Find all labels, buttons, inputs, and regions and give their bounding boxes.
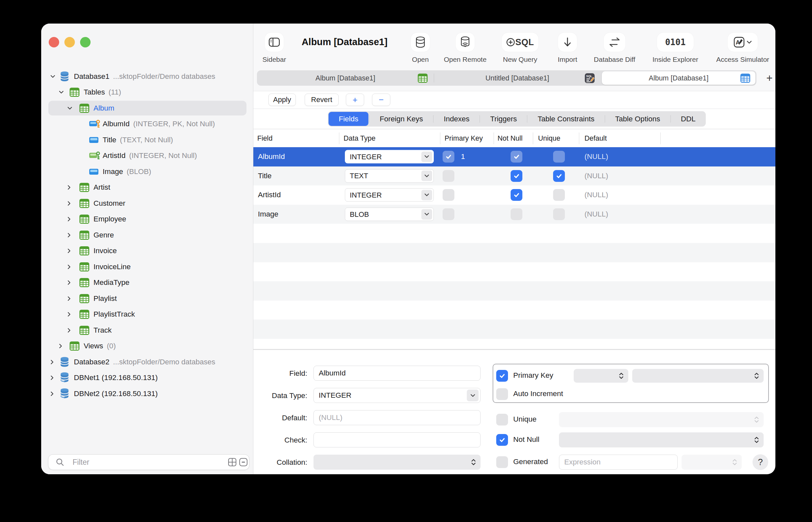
document-tab-1[interactable]: Album [Database1] xyxy=(257,70,434,86)
minimize-window-button[interactable] xyxy=(64,37,75,47)
unique-checkbox[interactable] xyxy=(553,189,565,201)
add-tab-button[interactable]: + xyxy=(762,70,775,86)
help-button[interactable]: ? xyxy=(752,454,768,470)
unique-conflict-select[interactable] xyxy=(559,412,764,427)
open-remote-button[interactable] xyxy=(456,33,475,52)
chevron-down-icon[interactable] xyxy=(59,91,64,94)
tree-item-invoiceline[interactable]: InvoiceLine xyxy=(41,259,253,275)
field-row-image[interactable]: Image BLOB (NULL) xyxy=(253,205,775,224)
chevron-right-icon[interactable] xyxy=(67,201,71,206)
tree-item-dbnet2-192-168-50-131-[interactable]: DBNet2 (192.168.50.131) xyxy=(41,386,253,402)
not-null-checkbox[interactable] xyxy=(511,170,522,182)
view-tab-fields[interactable]: Fields xyxy=(329,112,369,126)
column-header-data-type[interactable]: Data Type xyxy=(343,134,376,142)
zoom-window-button[interactable] xyxy=(80,37,90,47)
chevron-down-icon[interactable] xyxy=(421,171,432,181)
chevron-down-icon[interactable] xyxy=(421,152,432,162)
primary-key-checkbox[interactable] xyxy=(496,370,508,382)
tree-item-album[interactable]: Album xyxy=(41,100,253,116)
close-window-button[interactable] xyxy=(49,37,59,47)
tree-item-invoice[interactable]: Invoice xyxy=(41,243,253,259)
tree-item-artist[interactable]: Artist xyxy=(41,180,253,196)
unique-checkbox[interactable] xyxy=(496,414,508,425)
document-tab-3[interactable]: Album [Database1] xyxy=(601,70,756,86)
chevron-right-icon[interactable] xyxy=(50,391,54,396)
chevron-right-icon[interactable] xyxy=(67,328,71,333)
chevron-down-icon[interactable] xyxy=(67,106,72,110)
unique-checkbox[interactable] xyxy=(553,208,565,220)
column-header-default[interactable]: Default xyxy=(584,134,607,142)
tree-item-customer[interactable]: Customer xyxy=(41,195,253,211)
tree-item-mediatype[interactable]: MediaType xyxy=(41,275,253,291)
view-tab-triggers[interactable]: Triggers xyxy=(480,112,527,126)
unique-checkbox[interactable] xyxy=(553,151,565,163)
primary-key-checkbox[interactable] xyxy=(443,170,454,182)
tree-item-artistid[interactable]: ArtistId(INTEGER, Not Null) xyxy=(41,148,253,164)
auto-increment-checkbox[interactable] xyxy=(496,388,508,400)
import-button[interactable] xyxy=(558,33,577,52)
chevron-down-icon[interactable] xyxy=(50,75,55,78)
tree-item-tables[interactable]: Tables(11) xyxy=(41,84,253,100)
view-tab-foreign-keys[interactable]: Foreign Keys xyxy=(369,112,433,126)
column-header-not-null[interactable]: Not Null xyxy=(498,134,522,142)
not-null-checkbox[interactable] xyxy=(496,434,508,446)
chevron-right-icon[interactable] xyxy=(67,264,71,269)
data-type-select[interactable]: BLOB xyxy=(345,208,434,221)
primary-key-conflict-select[interactable] xyxy=(632,369,764,383)
check-input[interactable] xyxy=(313,433,481,447)
tree-item-database1[interactable]: Database1...sktopFolder/Demo databases xyxy=(41,68,253,84)
tree-item-views[interactable]: Views(0) xyxy=(41,338,253,354)
column-header-field[interactable]: Field xyxy=(257,134,273,142)
chevron-right-icon[interactable] xyxy=(67,280,71,285)
generated-type-select[interactable] xyxy=(682,455,742,470)
not-null-conflict-select[interactable] xyxy=(559,433,764,447)
column-header-unique[interactable]: Unique xyxy=(538,134,560,142)
tree-item-dbnet1-192-168-50-131-[interactable]: DBNet1 (192.168.50.131) xyxy=(41,370,253,386)
not-null-checkbox[interactable] xyxy=(511,208,522,220)
default-input[interactable]: (NULL) xyxy=(313,410,481,425)
view-tab-table-constraints[interactable]: Table Constraints xyxy=(527,112,604,126)
not-null-checkbox[interactable] xyxy=(511,151,522,163)
data-type-select[interactable]: TEXT xyxy=(345,169,434,182)
generated-checkbox[interactable] xyxy=(496,456,508,468)
primary-key-checkbox[interactable] xyxy=(443,189,454,201)
view-tab-ddl[interactable]: DDL xyxy=(671,112,706,126)
expression-input[interactable]: Expression xyxy=(559,455,678,470)
chevron-right-icon[interactable] xyxy=(50,376,54,380)
tree-item-employee[interactable]: Employee xyxy=(41,211,253,227)
open-button[interactable] xyxy=(411,33,430,52)
view-tab-table-options[interactable]: Table Options xyxy=(605,112,670,126)
not-null-checkbox[interactable] xyxy=(511,189,522,201)
view-tab-indexes[interactable]: Indexes xyxy=(434,112,480,126)
chevron-right-icon[interactable] xyxy=(59,344,62,349)
apply-button[interactable]: Apply xyxy=(268,94,296,106)
primary-key-order-select[interactable] xyxy=(574,369,628,383)
grid-view-icon[interactable] xyxy=(228,458,237,467)
tree-item-playlisttrack[interactable]: PlaylistTrack xyxy=(41,306,253,322)
chevron-right-icon[interactable] xyxy=(67,248,71,254)
field-row-title[interactable]: Title TEXT (NULL) xyxy=(253,166,775,186)
chevron-down-icon[interactable] xyxy=(421,209,432,219)
chevron-right-icon[interactable] xyxy=(67,217,71,222)
field-row-albumid[interactable]: AlbumId INTEGER 1 (NULL) xyxy=(253,147,775,166)
chevron-down-icon[interactable] xyxy=(421,190,432,200)
tree-item-playlist[interactable]: Playlist xyxy=(41,290,253,306)
revert-button[interactable]: Revert xyxy=(305,94,339,106)
data-type-select[interactable]: INTEGER xyxy=(345,188,434,202)
field-name-input[interactable]: AlbumId xyxy=(313,366,481,381)
field-row-artistid[interactable]: ArtistId INTEGER (NULL) xyxy=(253,185,775,205)
collation-select[interactable] xyxy=(313,455,481,470)
tree-item-title[interactable]: Title(TEXT, Not Null) xyxy=(41,132,253,148)
chevron-right-icon[interactable] xyxy=(67,312,71,317)
chevron-right-icon[interactable] xyxy=(67,296,71,301)
tree-item-track[interactable]: Track xyxy=(41,322,253,338)
chevron-right-icon[interactable] xyxy=(67,233,71,238)
sidebar-toggle-button[interactable] xyxy=(265,33,284,52)
access-simulator-button[interactable]: A xyxy=(728,33,758,52)
chevron-right-icon[interactable] xyxy=(67,185,71,190)
inside-explorer-button[interactable]: 0101 xyxy=(657,33,694,52)
data-type-select[interactable]: INTEGER xyxy=(345,150,434,163)
column-header-primary-key[interactable]: Primary Key xyxy=(444,134,483,142)
add-field-button[interactable]: + xyxy=(346,94,364,106)
tree-item-database2[interactable]: Database2...sktopFolder/Demo databases xyxy=(41,354,253,370)
